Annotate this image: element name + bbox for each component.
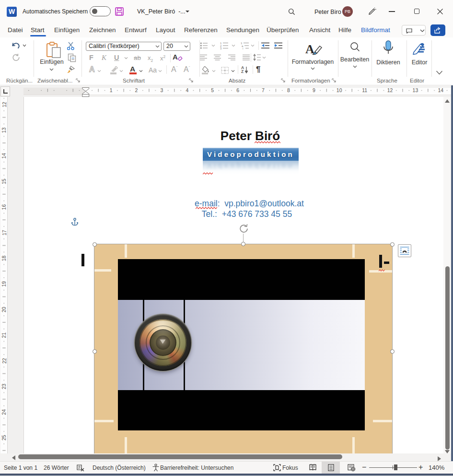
svg-text:23: 23 xyxy=(1,383,7,389)
svg-text:11: 11 xyxy=(362,87,367,93)
svg-text:3: 3 xyxy=(160,87,163,93)
svg-text:6: 6 xyxy=(236,87,239,93)
svg-text:13: 13 xyxy=(413,87,418,93)
svg-text:14: 14 xyxy=(1,153,7,159)
svg-text:19: 19 xyxy=(1,281,7,287)
svg-text:18: 18 xyxy=(1,255,7,261)
svg-text:4: 4 xyxy=(186,87,188,93)
svg-text:10: 10 xyxy=(337,87,342,93)
svg-text:22: 22 xyxy=(1,358,7,364)
svg-text:2: 2 xyxy=(135,87,138,93)
svg-text:i: i xyxy=(243,47,243,49)
svg-text:16: 16 xyxy=(1,204,7,210)
svg-text:17: 17 xyxy=(1,230,7,236)
svg-text:5: 5 xyxy=(211,87,214,93)
svg-text:12: 12 xyxy=(1,102,7,107)
svg-text:12: 12 xyxy=(387,87,393,93)
svg-text:21: 21 xyxy=(1,333,7,338)
svg-text:15: 15 xyxy=(1,178,7,184)
svg-text:1: 1 xyxy=(110,87,113,93)
svg-text:8: 8 xyxy=(287,87,290,93)
svg-text:25: 25 xyxy=(1,435,7,440)
svg-text:3: 3 xyxy=(220,47,222,49)
svg-text:24: 24 xyxy=(1,409,7,415)
svg-text:13: 13 xyxy=(1,127,7,133)
svg-text:9: 9 xyxy=(313,87,315,93)
svg-text:20: 20 xyxy=(1,307,7,312)
svg-text:14: 14 xyxy=(438,87,443,93)
svg-text:7: 7 xyxy=(262,87,265,93)
